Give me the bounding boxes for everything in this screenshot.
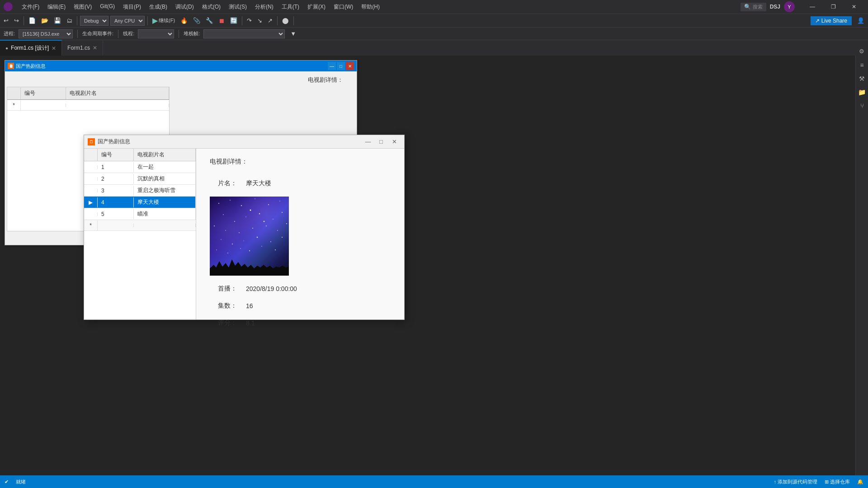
modal-restore-button[interactable]: □ bbox=[375, 136, 387, 148]
attach-button[interactable]: 📎 bbox=[191, 16, 202, 25]
window-controls: — ❐ ✕ bbox=[802, 0, 864, 14]
detail-premiere-label: 首播： bbox=[210, 285, 237, 293]
detail-name-value: 摩天大楼 bbox=[246, 179, 271, 188]
stop-button[interactable]: ⏹ bbox=[217, 16, 226, 25]
grid-row-1[interactable]: 1 在一起 bbox=[84, 161, 196, 173]
new-file-button[interactable]: 📄 bbox=[27, 16, 38, 25]
debug-config-dropdown[interactable]: Debug bbox=[80, 16, 108, 26]
designer-col-arrow bbox=[7, 87, 21, 99]
menu-build[interactable]: 生成(B) bbox=[146, 1, 171, 13]
row2-arrow bbox=[84, 177, 98, 181]
row1-id: 1 bbox=[98, 162, 134, 172]
solution-explorer-icon[interactable]: 📁 bbox=[856, 86, 868, 98]
tab-form1-cs[interactable]: Form1.cs ✕ bbox=[62, 40, 103, 56]
redo-button[interactable]: ↪ bbox=[12, 16, 21, 25]
titlebar: 文件(F) 编辑(E) 视图(V) Git(G) 项目(P) 生成(B) 调试(… bbox=[0, 0, 868, 14]
menu-window[interactable]: 窗口(W) bbox=[330, 1, 357, 13]
designer-window-controls: — □ ✕ bbox=[328, 62, 354, 70]
step-into-button[interactable]: ↘ bbox=[255, 16, 264, 25]
tab-settings-button[interactable]: ⚙ bbox=[857, 47, 866, 56]
menu-analyze[interactable]: 分析(N) bbox=[251, 1, 277, 13]
svg-point-14 bbox=[239, 232, 240, 233]
modal-close-button[interactable]: ✕ bbox=[388, 136, 401, 148]
cpu-config-dropdown[interactable]: Any CPU bbox=[110, 16, 145, 26]
refresh-button[interactable]: 🔄 bbox=[228, 16, 239, 25]
lifecycle-label: 生命周期事件: bbox=[82, 30, 113, 37]
new-row-marker: * bbox=[84, 221, 98, 230]
designer-close[interactable]: ✕ bbox=[346, 62, 354, 70]
designer-minimize[interactable]: — bbox=[328, 62, 336, 70]
menu-extensions[interactable]: 扩展(X) bbox=[304, 1, 329, 13]
tab-close-design[interactable]: ✕ bbox=[52, 45, 56, 52]
menu-git[interactable]: Git(G) bbox=[96, 1, 118, 13]
menu-test[interactable]: 测试(S) bbox=[225, 1, 250, 13]
grid-row-2[interactable]: 2 沉默的真相 bbox=[84, 173, 196, 185]
svg-point-5 bbox=[279, 201, 280, 202]
chevron-down-icon[interactable]: ▼ bbox=[288, 29, 298, 38]
grid-row-3[interactable]: 3 重启之极海听雪 bbox=[84, 185, 196, 197]
undo-button[interactable]: ↩ bbox=[2, 16, 10, 25]
callstack-dropdown[interactable] bbox=[203, 29, 285, 38]
bell-icon[interactable]: 🔔 bbox=[857, 479, 863, 485]
svg-point-16 bbox=[266, 225, 267, 226]
grid-row-5[interactable]: 5 瞄准 bbox=[84, 208, 196, 220]
svg-point-27 bbox=[240, 248, 241, 249]
row2-id: 2 bbox=[98, 174, 134, 184]
minimize-button[interactable]: — bbox=[802, 0, 823, 14]
tab-close-cs[interactable]: ✕ bbox=[93, 45, 97, 51]
menu-tools[interactable]: 工具(T) bbox=[278, 1, 303, 13]
user-icon[interactable]: 👤 bbox=[855, 16, 866, 25]
detail-premiere-field: 首播： 2020/8/19 0:00:00 bbox=[210, 285, 391, 293]
menu-file[interactable]: 文件(F) bbox=[18, 1, 43, 13]
menu-debug[interactable]: 调试(D) bbox=[172, 1, 198, 13]
designer-row-arrow: * bbox=[7, 100, 21, 110]
row4-id: 4 bbox=[98, 197, 134, 207]
designer-col-id: 编号 bbox=[21, 87, 66, 99]
user-avatar[interactable]: Y bbox=[784, 1, 795, 12]
save-button[interactable]: 💾 bbox=[52, 16, 63, 25]
source-control-button[interactable]: ↑ 添加到源代码管理 bbox=[774, 479, 817, 485]
svg-point-4 bbox=[268, 204, 269, 205]
detail-name-field: 片名： 摩天大楼 bbox=[210, 179, 391, 188]
continue-button[interactable]: ▶ 继续(F) bbox=[151, 15, 177, 26]
modal-detail: 电视剧详情： 片名： 摩天大楼 bbox=[196, 149, 404, 319]
tools-button[interactable]: 🔧 bbox=[204, 16, 215, 25]
git-icon[interactable]: ⑂ bbox=[856, 100, 868, 112]
fire-button[interactable]: 🔥 bbox=[179, 16, 189, 25]
open-file-button[interactable]: 📂 bbox=[39, 16, 50, 25]
row3-id: 3 bbox=[98, 186, 134, 196]
modal-minimize-button[interactable]: — bbox=[362, 136, 374, 148]
menu-help[interactable]: 帮助(H) bbox=[358, 1, 383, 13]
menu-project[interactable]: 项目(P) bbox=[119, 1, 145, 13]
new-row-id bbox=[98, 224, 134, 227]
step-out-button[interactable]: ↗ bbox=[266, 16, 274, 25]
menu-edit[interactable]: 编辑(E) bbox=[44, 1, 69, 13]
svg-point-26 bbox=[227, 253, 228, 253]
toolbox-icon[interactable]: ⚒ bbox=[856, 73, 868, 84]
tab-form1-design[interactable]: ● Form1.cs [设计] ✕ bbox=[0, 40, 62, 56]
save-all-button[interactable]: 🗂 bbox=[65, 16, 74, 25]
step-over-button[interactable]: ↷ bbox=[245, 16, 254, 25]
modal-window-controls: — □ ✕ bbox=[362, 136, 401, 148]
thread-dropdown[interactable] bbox=[138, 29, 174, 38]
svg-point-23 bbox=[270, 241, 271, 242]
detail-episodes-value: 16 bbox=[246, 302, 253, 310]
svg-point-30 bbox=[275, 249, 276, 250]
row5-arrow bbox=[84, 212, 98, 216]
restore-button[interactable]: ❐ bbox=[823, 0, 844, 14]
live-share-button[interactable]: ↗ Live Share bbox=[811, 16, 852, 25]
properties-icon[interactable]: ≡ bbox=[856, 59, 868, 71]
menu-format[interactable]: 格式(O) bbox=[198, 1, 224, 13]
svg-point-9 bbox=[245, 216, 246, 217]
svg-point-31 bbox=[250, 210, 251, 211]
designer-restore[interactable]: □ bbox=[337, 62, 345, 70]
breakpoint-button[interactable]: ⬤ bbox=[280, 16, 291, 25]
separator-d1 bbox=[77, 30, 78, 38]
close-button[interactable]: ✕ bbox=[844, 0, 864, 14]
grid-row-4[interactable]: ▶ 4 摩天大楼 bbox=[84, 197, 196, 208]
menu-view[interactable]: 视图(V) bbox=[70, 1, 95, 13]
svg-point-15 bbox=[252, 228, 253, 229]
process-dropdown[interactable]: [15136] DSJ.exe bbox=[19, 29, 73, 38]
repo-button[interactable]: ⊞ 选择仓库 bbox=[825, 479, 850, 485]
designer-row-id bbox=[21, 103, 66, 107]
